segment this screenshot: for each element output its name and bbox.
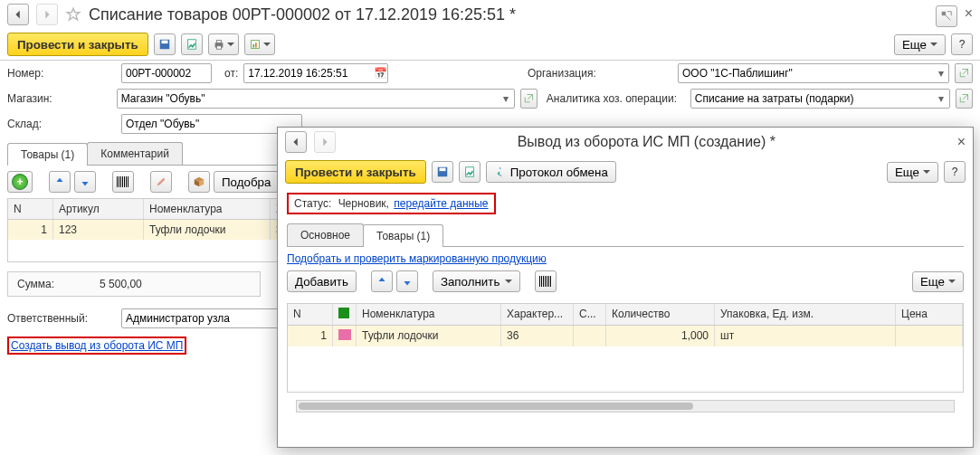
warehouse-field[interactable] [122,115,301,133]
oth-n[interactable]: N [288,304,333,325]
number-field[interactable] [122,64,211,82]
post-icon[interactable] [181,33,203,55]
overlay-more-button[interactable]: Еще [887,162,938,183]
analytics-field[interactable] [691,90,934,108]
shop-label: Магазин: [7,92,111,105]
overlay-tabs: Основное Товары (1) [287,223,964,247]
overlay-nav-forward[interactable] [314,131,336,153]
analytics-open-icon[interactable] [956,89,973,109]
overlay-move-up[interactable] [371,270,393,292]
overlay-goods-table: N Номенклатура Характер... С... Количест… [287,303,964,393]
status-label: Статус: [294,197,331,210]
responsible-label: Ответственный: [7,312,116,325]
create-output-highlight: Создать вывод из оборота ИС МП [7,337,186,355]
status-value: Черновик, [338,197,389,210]
oth-price[interactable]: Цена [896,304,963,325]
nav-back-button[interactable] [7,4,29,25]
nav-forward-button[interactable] [36,4,58,25]
th-nomenclature[interactable]: Номенклатура [144,199,271,219]
box-icon[interactable] [188,171,210,193]
shop-dropdown-icon[interactable]: ▾ [498,92,513,105]
overlay-close-icon[interactable]: × [957,134,966,150]
overlay-fill-dropdown[interactable]: Заполнить [433,270,520,292]
th-n[interactable]: N [8,199,53,219]
mark-header-icon [338,308,349,318]
analytics-label: Аналитика хоз. операции: [547,92,685,105]
responsible-field[interactable] [122,309,283,327]
number-label: Номер: [7,67,116,80]
date-field[interactable] [244,64,373,82]
overlay-title: Вывод из оборота ИС МП (создание) * [343,134,950,150]
oth-pack[interactable]: Упаковка, Ед. изм. [715,304,896,325]
org-field[interactable] [679,64,933,82]
svg-rect-10 [439,168,445,172]
oth-mark[interactable] [333,304,357,325]
protocol-button[interactable]: Протокол обмена [486,161,616,183]
create-output-link[interactable]: Создать вывод из оборота ИС МП [11,339,183,352]
sum-label: Сумма: [17,278,54,290]
overlay-tab-main[interactable]: Основное [287,223,364,246]
overlay-window: Вывод из оборота ИС МП (создание) * × Пр… [277,127,974,448]
date-inline-label: от: [224,67,238,80]
overlay-help-button[interactable]: ? [944,161,966,183]
pick-button-partial[interactable]: Подобра [214,171,279,193]
move-down-button[interactable] [74,171,96,193]
sum-value: 5 500,00 [100,278,142,290]
sum-panel: Сумма: 5 500,00 [7,271,261,297]
svg-rect-8 [255,43,257,47]
svg-rect-4 [216,41,221,43]
row-mark-icon [338,329,351,340]
overlay-add-button[interactable]: Добавить [287,270,357,292]
window-pin-icon[interactable] [936,5,957,27]
reports-dropdown[interactable] [244,33,275,55]
overlay-hscroll-thumb[interactable] [299,403,693,410]
page-title: Списание товаров 00РТ-000002 от 17.12.20… [89,5,516,24]
more-menu-button[interactable]: Еще [894,34,946,55]
oth-qty[interactable]: Количество [606,304,715,325]
oth-char[interactable]: Характер... [501,304,574,325]
analytics-dropdown-icon[interactable]: ▾ [934,92,949,105]
edit-icon[interactable] [150,171,172,193]
pick-check-marked-link[interactable]: Подобрать и проверить маркированную прод… [287,252,547,265]
svg-rect-1 [161,41,167,44]
overlay-nav-back[interactable] [285,131,307,153]
oth-s[interactable]: С... [574,304,606,325]
help-button[interactable]: ? [951,33,973,55]
th-sku[interactable]: Артикул [53,199,144,219]
warehouse-label: Склад: [7,118,116,130]
overlay-post-icon[interactable] [459,161,480,183]
overlay-more2-button[interactable]: Еще [912,271,964,292]
org-label: Организация: [528,67,672,80]
overlay-save-icon[interactable] [432,161,453,183]
org-dropdown-icon[interactable]: ▾ [933,67,948,80]
overlay-tab-goods[interactable]: Товары (1) [363,224,443,247]
save-icon[interactable] [154,33,176,55]
status-link[interactable]: передайте данные [394,197,488,210]
oth-nomenclature[interactable]: Номенклатура [357,304,501,325]
overlay-barcode-icon[interactable] [535,270,557,292]
overlay-table-row[interactable]: 1 Туфли лодочки 36 1,000 шт [288,326,963,346]
org-open-icon[interactable] [955,63,973,83]
svg-rect-7 [252,44,254,48]
overlay-post-close-button[interactable]: Провести и закрыть [285,160,426,184]
tab-goods[interactable]: Товары (1) [7,143,88,166]
add-row-button[interactable]: + [7,171,33,193]
barcode-icon[interactable] [112,171,134,193]
calendar-icon[interactable]: 📅 [373,67,387,80]
overlay-move-down[interactable] [396,270,418,292]
print-dropdown[interactable] [208,33,239,55]
overlay-hscrollbar[interactable] [296,400,955,412]
favorite-star-icon[interactable] [65,6,81,23]
move-up-button[interactable] [49,171,71,193]
shop-field[interactable] [118,90,499,108]
post-and-close-button[interactable]: Провести и закрыть [7,33,148,56]
tab-comment[interactable]: Комментарий [87,142,183,165]
svg-rect-5 [216,46,221,50]
close-window-icon[interactable]: × [965,5,973,27]
status-highlight: Статус: Черновик, передайте данные [287,193,496,214]
shop-open-icon[interactable] [520,89,538,109]
